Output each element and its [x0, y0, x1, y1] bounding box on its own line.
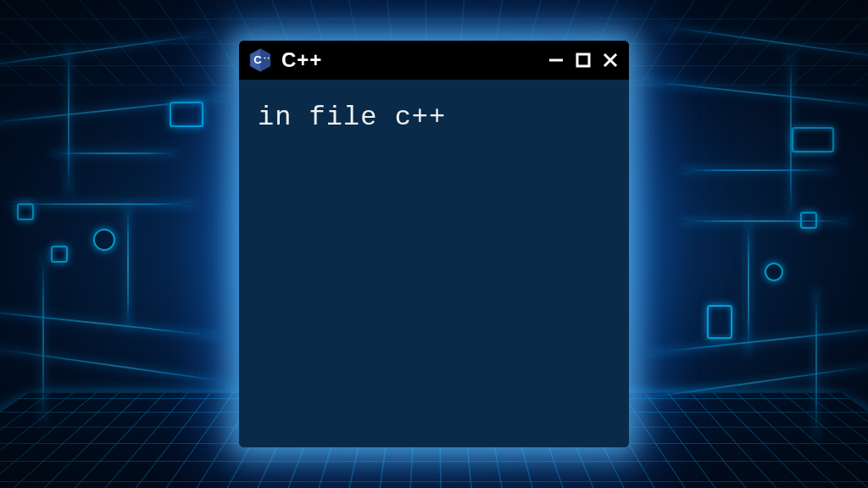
svg-rect-6: [577, 54, 589, 66]
cpp-logo-icon: C + +: [248, 47, 273, 73]
svg-text:C: C: [253, 53, 262, 66]
titlebar[interactable]: C + + C++: [239, 41, 629, 80]
close-button[interactable]: [600, 50, 620, 70]
window-title: C++: [281, 48, 537, 72]
minimize-button[interactable]: [546, 50, 566, 70]
maximize-button[interactable]: [573, 50, 593, 70]
svg-text:+: +: [264, 56, 266, 60]
svg-text:+: +: [267, 56, 270, 60]
app-window: C + + C++ in file c++: [239, 41, 629, 447]
window-controls: [546, 50, 620, 70]
content-text: in file c++: [258, 100, 610, 136]
content-area[interactable]: in file c++: [239, 80, 629, 447]
